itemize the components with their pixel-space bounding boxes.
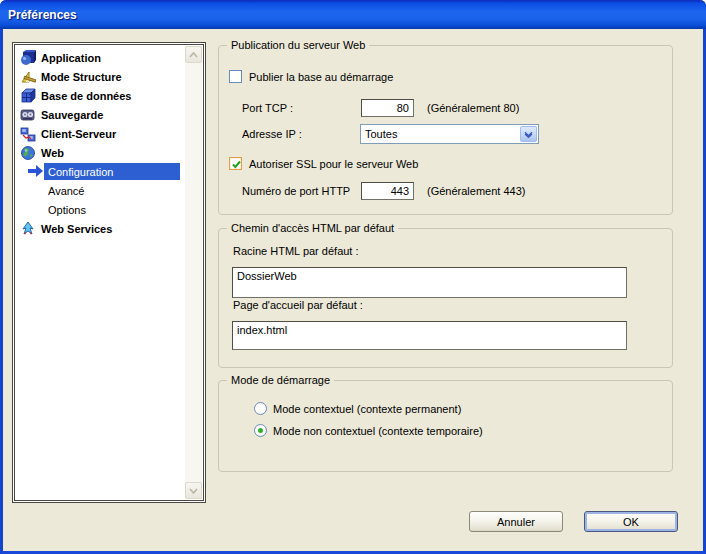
adresse-ip-label: Adresse IP : (242, 128, 360, 140)
scroll-down-button[interactable] (185, 482, 202, 499)
mode-non-contextuel-label: Mode non contextuel (contexte temporaire… (273, 425, 483, 437)
window-title: Préférences (0, 8, 77, 22)
sidebar-item-label: Mode Structure (41, 71, 122, 83)
group-title: Chemin d'accès HTML par défaut (227, 221, 398, 235)
port-tcp-row: Port TCP : (Généralement 80) (242, 98, 519, 118)
sidebar-item-label: Options (48, 204, 86, 216)
sidebar-item-label: Base de données (41, 90, 131, 102)
mode-contextuel-radio[interactable] (254, 402, 267, 415)
sidebar-item-web-services[interactable]: Web Services (16, 219, 185, 238)
chevron-down-icon (524, 131, 533, 138)
port-tcp-input[interactable] (361, 99, 414, 117)
mode-non-contextuel-radio[interactable] (254, 424, 267, 437)
adresse-ip-value: Toutes (361, 128, 520, 140)
mode-non-contextuel-row: Mode non contextuel (contexte temporaire… (254, 424, 483, 437)
client-server-icon (20, 126, 36, 142)
selected-arrow-icon (28, 165, 43, 177)
tree-scrollbar[interactable] (185, 46, 202, 499)
page-accueil-label: Page d'accueil par défaut : (233, 299, 363, 311)
http-port-label: Numéro de port HTTP (242, 185, 361, 197)
sidebar-item-label: Web Services (41, 223, 112, 235)
database-icon (20, 88, 36, 104)
sidebar-item-mode-structure[interactable]: Mode Structure (16, 67, 185, 86)
ssl-checkbox[interactable] (229, 157, 242, 170)
adresse-ip-row: Adresse IP : Toutes (242, 123, 539, 145)
sidebar-item-options[interactable]: Options (16, 200, 185, 219)
port-tcp-label: Port TCP : (242, 102, 361, 114)
scroll-up-button[interactable] (185, 46, 202, 63)
publish-checkbox-label: Publier la base au démarrage (249, 71, 393, 83)
http-port-input[interactable] (361, 182, 414, 200)
sidebar-item-label: Application (41, 52, 101, 64)
racine-html-label: Racine HTML par défaut : (233, 245, 359, 257)
group-mode-demarrage: Mode de démarrage Mode contextuel (conte… (218, 380, 673, 472)
group-title: Publication du serveur Web (227, 38, 369, 52)
sidebar-item-label: Web (41, 147, 64, 159)
page-accueil-input[interactable]: index.html (232, 321, 627, 350)
mode-contextuel-row: Mode contextuel (contexte permanent) (254, 402, 461, 415)
dialog-content: Application Mode Structure (3, 29, 703, 551)
sidebar-item-label: Sauvegarde (41, 109, 103, 121)
cancel-button[interactable]: Annuler (469, 511, 563, 532)
chevron-up-icon (189, 52, 198, 58)
http-port-row: Numéro de port HTTP (Généralement 443) (242, 181, 525, 201)
sidebar-item-avance[interactable]: Avancé (16, 181, 185, 200)
sidebar-item-application[interactable]: Application (16, 48, 185, 67)
racine-html-input[interactable]: DossierWeb (232, 267, 627, 298)
structure-icon (20, 69, 36, 85)
publish-checkbox[interactable] (229, 70, 242, 83)
sidebar-item-label: Client-Serveur (41, 128, 116, 140)
group-publication-serveur-web: Publication du serveur Web Publier la ba… (218, 45, 673, 215)
preferences-tree: Application Mode Structure (12, 42, 206, 503)
group-chemin-html: Chemin d'accès HTML par défaut Racine HT… (218, 228, 673, 368)
chevron-down-icon (189, 488, 198, 494)
sidebar-item-label: Configuration (48, 166, 113, 178)
http-port-hint: (Généralement 443) (427, 185, 525, 197)
ssl-checkbox-label: Autoriser SSL pour le serveur Web (249, 158, 418, 170)
sidebar-item-base-de-donnees[interactable]: Base de données (16, 86, 185, 105)
web-services-icon (20, 221, 36, 237)
tree-items: Application Mode Structure (16, 46, 185, 499)
preferences-dialog: Préférences Application (0, 0, 706, 554)
application-icon (20, 50, 36, 66)
publish-checkbox-row: Publier la base au démarrage (229, 70, 393, 83)
sidebar-item-configuration[interactable]: Configuration (16, 162, 185, 181)
sidebar-item-client-serveur[interactable]: Client-Serveur (16, 124, 185, 143)
title-bar[interactable]: Préférences (0, 0, 706, 29)
sidebar-item-web[interactable]: Web (16, 143, 185, 162)
group-title: Mode de démarrage (227, 373, 334, 387)
mode-contextuel-label: Mode contextuel (contexte permanent) (273, 403, 461, 415)
backup-icon (20, 107, 36, 123)
ok-button[interactable]: OK (584, 511, 678, 532)
adresse-ip-select[interactable]: Toutes (360, 124, 539, 144)
combo-dropdown-button[interactable] (520, 126, 537, 142)
selected-item-highlight: Configuration (44, 163, 180, 180)
port-tcp-hint: (Généralement 80) (427, 102, 519, 114)
sidebar-item-label: Avancé (48, 185, 85, 197)
ssl-checkbox-row: Autoriser SSL pour le serveur Web (229, 157, 418, 170)
check-icon (231, 159, 242, 170)
web-icon (20, 145, 36, 161)
sidebar-item-sauvegarde[interactable]: Sauvegarde (16, 105, 185, 124)
